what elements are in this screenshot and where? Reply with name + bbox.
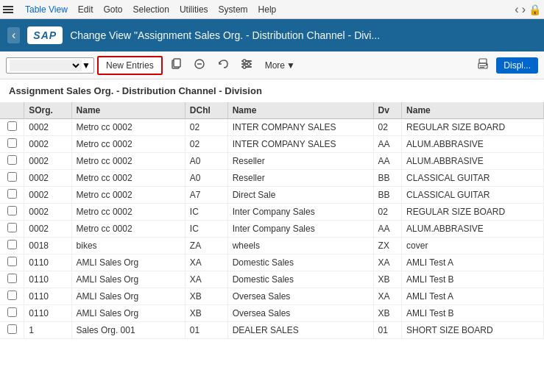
new-entries-button[interactable]: New Entries xyxy=(97,56,163,75)
nav-back-icon[interactable]: ‹ xyxy=(515,3,518,16)
header-dv[interactable]: Dv xyxy=(373,102,402,119)
header-name2[interactable]: Name xyxy=(227,102,373,119)
row-checkbox[interactable] xyxy=(7,257,17,266)
row-checkbox[interactable] xyxy=(7,274,17,283)
cell-dv: 02 xyxy=(373,204,402,221)
cell-dchl: XB xyxy=(185,288,227,305)
copy-icon xyxy=(170,58,182,70)
cell-name1: Metro cc 0002 xyxy=(71,119,185,136)
cell-name2: Domestic Sales xyxy=(227,271,373,288)
nav-forward-icon[interactable]: › xyxy=(522,3,526,16)
cell-sorg: 0002 xyxy=(24,119,71,136)
cell-dv: AA xyxy=(373,136,402,153)
menu-help[interactable]: Help xyxy=(254,3,281,16)
row-checkbox[interactable] xyxy=(7,324,17,334)
page-title: Change View "Assignment Sales Org. - Dis… xyxy=(70,29,537,41)
cell-name1: Metro cc 0002 xyxy=(71,221,185,238)
lock-icon[interactable]: 🔒 xyxy=(529,4,541,15)
settings-icon-button[interactable] xyxy=(236,55,257,75)
cell-name1: AMLI Sales Org xyxy=(71,305,185,322)
row-checkbox-cell[interactable] xyxy=(0,238,24,254)
menu-goto[interactable]: Goto xyxy=(99,3,127,16)
table-header-row: SOrg. Name DChl Name Dv Name xyxy=(0,102,544,119)
row-checkbox-cell[interactable] xyxy=(0,305,24,322)
view-selector[interactable]: ▼ xyxy=(6,57,94,74)
header-sorg[interactable]: SOrg. xyxy=(24,102,71,119)
row-checkbox-cell[interactable] xyxy=(0,187,24,204)
cell-name1: AMLI Sales Org xyxy=(71,254,185,271)
hamburger-menu[interactable] xyxy=(3,6,13,13)
table-row: 0110AMLI Sales OrgXADomestic SalesXBAMLI… xyxy=(0,271,544,288)
table-row: 0002Metro cc 0002A7Direct SaleBBCLASSICA… xyxy=(0,187,544,204)
cell-dv: 02 xyxy=(373,119,402,136)
print-icon-button[interactable] xyxy=(473,55,493,75)
cell-name1: Metro cc 0002 xyxy=(71,187,185,204)
cell-name3: REGULAR SIZE BOARD xyxy=(402,204,544,221)
cell-name2: DEALER SALES xyxy=(227,322,373,339)
row-checkbox[interactable] xyxy=(7,121,17,131)
delete-icon-button[interactable] xyxy=(189,55,210,75)
row-checkbox-cell[interactable] xyxy=(0,288,24,305)
cell-sorg: 0110 xyxy=(24,288,71,305)
row-checkbox-cell[interactable] xyxy=(0,221,24,238)
back-button[interactable]: ‹ xyxy=(7,27,20,43)
cell-dv: ZX xyxy=(373,238,402,254)
cell-name1: bikes xyxy=(71,238,185,254)
row-checkbox[interactable] xyxy=(7,240,17,249)
row-checkbox-cell[interactable] xyxy=(0,254,24,271)
section-title: Assignment Sales Org. - Distribution Cha… xyxy=(0,79,544,102)
toolbar-right: Displ... xyxy=(473,55,538,75)
row-checkbox-cell[interactable] xyxy=(0,153,24,170)
cell-name3: REGULAR SIZE BOARD xyxy=(402,119,544,136)
more-button[interactable]: More ▼ xyxy=(260,57,300,74)
cell-dv: AA xyxy=(373,221,402,238)
svg-point-7 xyxy=(243,60,246,63)
cell-dchl: XA xyxy=(185,271,227,288)
cell-name2: Inter Company Sales xyxy=(227,204,373,221)
header-dchl[interactable]: DChl xyxy=(185,102,227,119)
svg-rect-12 xyxy=(480,65,486,66)
cell-name2: Reseller xyxy=(227,153,373,170)
cell-sorg: 0110 xyxy=(24,305,71,322)
svg-rect-14 xyxy=(486,64,487,65)
display-button[interactable]: Displ... xyxy=(496,57,538,74)
row-checkbox[interactable] xyxy=(7,206,17,215)
row-checkbox[interactable] xyxy=(7,307,17,317)
cell-dchl: A0 xyxy=(185,153,227,170)
row-checkbox[interactable] xyxy=(7,138,17,148)
menu-table-view[interactable]: Table View xyxy=(21,3,72,16)
menu-system[interactable]: System xyxy=(214,3,252,16)
view-select-input[interactable] xyxy=(10,60,82,71)
cell-name1: Metro cc 0002 xyxy=(71,170,185,187)
cell-name3: ALUM.ABBRASIVE xyxy=(402,136,544,153)
row-checkbox[interactable] xyxy=(7,172,17,182)
undo-icon-button[interactable] xyxy=(213,55,233,75)
row-checkbox[interactable] xyxy=(7,223,17,232)
toolbar: ▼ New Entries More ▼ xyxy=(0,51,544,79)
row-checkbox-cell[interactable] xyxy=(0,119,24,136)
cell-sorg: 0018 xyxy=(24,238,71,254)
row-checkbox[interactable] xyxy=(7,189,17,199)
cell-name2: INTER COMPANY SALES xyxy=(227,136,373,153)
cell-sorg: 0002 xyxy=(24,170,71,187)
cell-dv: XB xyxy=(373,305,402,322)
row-checkbox-cell[interactable] xyxy=(0,271,24,288)
row-checkbox[interactable] xyxy=(7,291,17,300)
cell-name3: ALUM.ABBRASIVE xyxy=(402,153,544,170)
row-checkbox[interactable] xyxy=(7,155,17,165)
cell-sorg: 0002 xyxy=(24,136,71,153)
row-checkbox-cell[interactable] xyxy=(0,322,24,339)
menu-edit[interactable]: Edit xyxy=(74,3,98,16)
copy-icon-button[interactable] xyxy=(166,55,186,75)
cell-name2: Oversea Sales xyxy=(227,288,373,305)
row-checkbox-cell[interactable] xyxy=(0,204,24,221)
row-checkbox-cell[interactable] xyxy=(0,170,24,187)
menu-selection[interactable]: Selection xyxy=(129,3,174,16)
header-name1[interactable]: Name xyxy=(71,102,185,119)
cell-sorg: 0002 xyxy=(24,153,71,170)
row-checkbox-cell[interactable] xyxy=(0,136,24,153)
menu-utilities[interactable]: Utilities xyxy=(175,3,213,16)
svg-rect-1 xyxy=(174,59,180,67)
cell-name3: ALUM.ABBRASIVE xyxy=(402,221,544,238)
header-name3[interactable]: Name xyxy=(402,102,544,119)
